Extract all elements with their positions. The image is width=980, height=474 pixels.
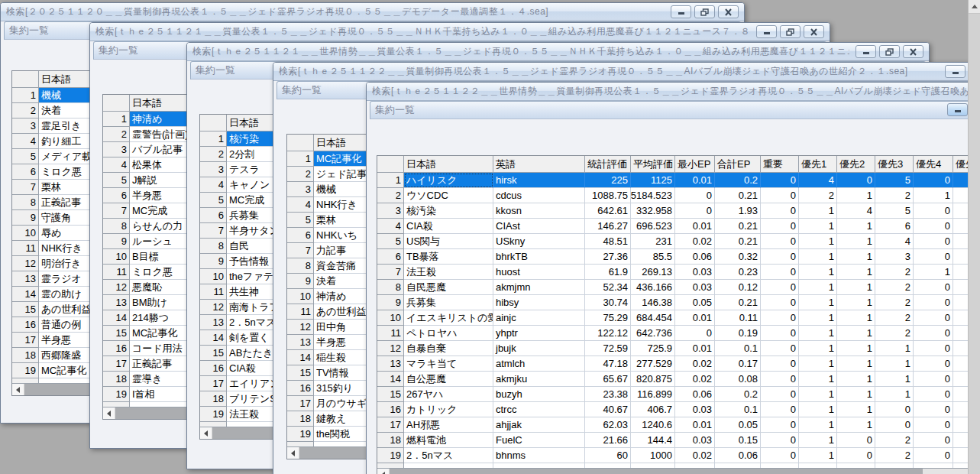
data-cell[interactable]: 146.38	[631, 295, 675, 310]
row-number-cell[interactable]: 9	[103, 234, 130, 249]
data-cell[interactable]: akmjku	[493, 372, 585, 387]
data-cell[interactable]: 2	[875, 448, 914, 463]
corner-header[interactable]	[200, 115, 227, 131]
data-cell[interactable]: 1	[837, 372, 875, 387]
data-cell[interactable]: 0	[761, 219, 799, 234]
data-cell[interactable]: 0	[837, 173, 875, 188]
data-cell[interactable]: 0	[761, 341, 799, 356]
data-cell[interactable]: 0.01	[675, 219, 715, 234]
column-header[interactable]: 合計EP	[715, 156, 761, 173]
data-cell[interactable]: 0	[914, 249, 953, 265]
data-cell[interactable]: 2	[875, 188, 914, 203]
scroll-up-button[interactable]	[969, 0, 980, 14]
row-number-cell[interactable]: 10	[200, 269, 227, 284]
data-cell[interactable]: ウソCDC	[404, 188, 493, 203]
titlebar[interactable]: 検索[ｔｈｅ２５１１２１＿＿質量公表１．５＿＿ジェド再現０．５５＿＿ＮＨＫ千葉持…	[90, 23, 830, 41]
data-cell[interactable]: 0	[761, 433, 799, 448]
data-cell[interactable]: ainjc	[493, 310, 585, 326]
data-cell[interactable]: 0	[914, 387, 953, 402]
data-cell[interactable]: TB暴落	[404, 249, 493, 265]
row-number-cell[interactable]: 18	[12, 348, 39, 363]
row-number-cell[interactable]: 19	[200, 407, 227, 422]
row-number-cell[interactable]: 8	[377, 280, 404, 295]
data-cell[interactable]: 820.875	[631, 372, 675, 387]
column-header[interactable]: 英語	[493, 156, 585, 173]
row-number-cell[interactable]: 15	[200, 346, 227, 361]
data-cell[interactable]: CIA殺	[404, 219, 493, 234]
data-cell[interactable]: 1	[837, 356, 875, 372]
data-cell[interactable]: 0	[914, 356, 953, 372]
data-cell[interactable]: 1	[799, 249, 837, 265]
data-cell[interactable]: 1	[799, 295, 837, 310]
data-cell[interactable]: 277.529	[631, 356, 675, 372]
data-cell[interactable]: 2	[799, 188, 837, 203]
row-number-cell[interactable]: 19	[103, 387, 130, 402]
data-cell[interactable]: 0.02	[675, 234, 715, 249]
data-cell[interactable]: 1	[837, 310, 875, 326]
row-number-cell[interactable]: 2	[200, 147, 227, 162]
data-cell[interactable]: 2	[875, 280, 914, 295]
row-number-cell[interactable]: 14	[200, 330, 227, 346]
row-number-cell[interactable]: 3	[103, 142, 130, 157]
data-cell[interactable]: 684.454	[631, 310, 675, 326]
data-cell[interactable]: 1	[799, 448, 837, 463]
data-cell[interactable]: 2	[875, 433, 914, 448]
data-cell[interactable]: 0	[914, 173, 953, 188]
corner-header[interactable]	[377, 156, 404, 173]
data-cell[interactable]: 0	[761, 402, 799, 417]
row-number-cell[interactable]: 1	[200, 131, 227, 147]
data-cell[interactable]: 21.66	[585, 433, 631, 448]
row-number-cell[interactable]: 12	[103, 280, 130, 295]
data-cell[interactable]: 72.59	[585, 341, 631, 356]
data-cell[interactable]: 60	[585, 448, 631, 463]
row-number-cell[interactable]: 17	[12, 333, 39, 348]
data-cell[interactable]: 1	[799, 310, 837, 326]
data-cell[interactable]: 52.34	[585, 280, 631, 295]
data-cell[interactable]: 1	[837, 417, 875, 433]
data-cell[interactable]: buzyh	[493, 387, 585, 402]
row-number-cell[interactable]: 16	[103, 341, 130, 356]
data-cell[interactable]: 1	[875, 341, 914, 356]
row-number-cell[interactable]: 1	[103, 112, 130, 127]
column-header[interactable]: 最小EP	[675, 156, 715, 173]
data-cell[interactable]: 0	[914, 417, 953, 433]
data-cell[interactable]: 0	[914, 295, 953, 310]
data-cell[interactable]: 1125	[631, 173, 675, 188]
row-number-cell[interactable]: 16	[287, 381, 314, 396]
data-cell[interactable]: 4	[799, 173, 837, 188]
data-cell[interactable]: 1	[799, 417, 837, 433]
row-number-cell[interactable]: 10	[287, 289, 314, 304]
data-cell[interactable]: 4	[875, 234, 914, 249]
row-number-cell[interactable]: 10	[103, 249, 130, 265]
close-button[interactable]	[903, 45, 923, 58]
data-cell[interactable]: 27.36	[585, 249, 631, 265]
data-cell[interactable]: 0	[914, 234, 953, 249]
data-cell[interactable]: 231	[631, 234, 675, 249]
data-cell[interactable]: 0	[761, 372, 799, 387]
row-number-cell[interactable]: 1	[377, 173, 404, 188]
data-cell[interactable]: ペトロヤハ	[404, 326, 493, 341]
row-number-cell[interactable]: 9	[287, 274, 314, 289]
data-cell[interactable]: 2	[875, 295, 914, 310]
data-cell[interactable]: bhrkTB	[493, 249, 585, 265]
data-cell[interactable]: 1	[837, 188, 875, 203]
data-cell[interactable]: 0	[875, 402, 914, 417]
row-number-cell[interactable]: 6	[12, 164, 39, 180]
data-cell[interactable]: 0	[914, 448, 953, 463]
data-cell[interactable]: 4	[837, 203, 875, 219]
data-cell[interactable]: 0.1	[715, 341, 761, 356]
data-cell[interactable]: 30.74	[585, 295, 631, 310]
data-cell[interactable]: 0	[914, 310, 953, 326]
data-cell[interactable]: イエスキリストの愛	[404, 310, 493, 326]
data-cell[interactable]: cdcus	[493, 188, 585, 203]
data-cell[interactable]: 法王殺	[404, 265, 493, 280]
column-header[interactable]: 平均評価	[631, 156, 675, 173]
data-cell[interactable]: 1	[875, 372, 914, 387]
data-cell[interactable]: 725.9	[631, 341, 675, 356]
row-number-cell[interactable]: 14	[103, 310, 130, 326]
data-cell[interactable]: 0.01	[675, 310, 715, 326]
row-number-cell[interactable]: 5	[377, 234, 404, 249]
data-cell[interactable]: US関与	[404, 234, 493, 249]
restore-button[interactable]	[694, 5, 715, 18]
data-cell[interactable]: 1	[837, 265, 875, 280]
